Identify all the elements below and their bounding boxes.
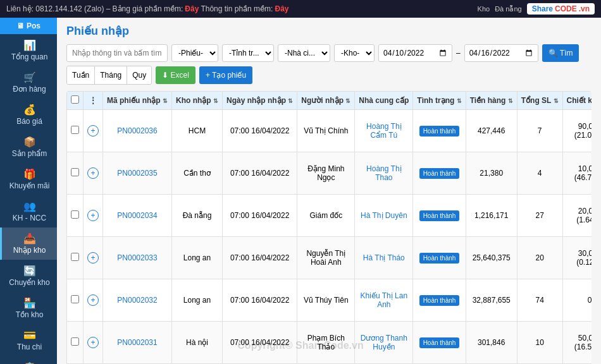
nhap-xuat-icon: 📋	[23, 361, 36, 364]
excel-button[interactable]: ⬇ Excel	[156, 66, 195, 84]
row-checkbox[interactable]	[67, 237, 84, 279]
nhaci-select[interactable]: -Nhà ci...	[278, 44, 330, 62]
row-ngay: 07:00 16/04/2022	[222, 322, 297, 364]
kho-select[interactable]: -Kho-	[334, 44, 375, 62]
row-expand[interactable]: +	[84, 279, 103, 322]
sidebar-item-san-pham[interactable]: 📦 Sản phẩm	[0, 131, 57, 163]
sidebar-item-ton-kho[interactable]: 🏪 Tồn kho	[0, 292, 57, 324]
col-expand: ⋮	[84, 92, 103, 110]
expand-button[interactable]: +	[87, 125, 99, 136]
row-nguoi: Phạm Bích Thảo	[297, 322, 355, 364]
ma-phieu-link[interactable]: PN0002031	[117, 338, 157, 347]
ton-kho-icon: 🏪	[23, 297, 36, 309]
table-row: + PN0002035 Cần thơ 07:00 16/04/2022 Đặn…	[67, 152, 592, 195]
row-ma-phieu: PN0002034	[103, 195, 172, 237]
sidebar-item-nhap-xuat[interactable]: 📋 Nhập xuất	[0, 356, 57, 364]
ma-phieu-link[interactable]: PN0002034	[117, 211, 157, 220]
thongtin-link[interactable]: Đây	[275, 4, 289, 13]
row-chietkhau: 90,000 (21.06%)	[562, 110, 592, 152]
sidebar-item-don-hang[interactable]: 🛒 Đơn hàng	[0, 66, 57, 99]
phieu-select[interactable]: -Phiếu-	[171, 44, 218, 62]
status-badge: Hoàn thành	[419, 210, 460, 221]
period-tuan[interactable]: Tuần	[67, 66, 95, 84]
row-checkbox[interactable]	[67, 152, 84, 195]
table-row: + PN0002036 HCM 07:00 16/04/2022 Vũ Thị …	[67, 110, 592, 152]
sidebar-item-tong-quan[interactable]: 📊 Tổng quan	[0, 34, 57, 66]
sidebar-item-thu-chi[interactable]: 💳 Thu chi	[0, 324, 57, 356]
row-expand[interactable]: +	[84, 237, 103, 279]
don-hang-label: Đơn hàng	[13, 85, 46, 94]
row-nhacung: Hoàng Thị Cẩm Tú	[355, 110, 413, 152]
sidebar-item-bao-gia[interactable]: 💰 Báo giá	[0, 99, 57, 131]
sidebar-item-khuyen-mai[interactable]: 🎁 Khuyến mãi	[0, 163, 57, 195]
row-ma-phieu: PN0002032	[103, 279, 172, 322]
create-button[interactable]: + Tạo phiếu	[199, 66, 252, 84]
row-tinhtrang: Hoàn thành	[413, 195, 466, 237]
khuyen-mai-label: Khuyến mãi	[9, 181, 50, 190]
row-tongsl: 7	[517, 110, 562, 152]
row-nhacung: Hoàng Thị Thao	[355, 152, 413, 195]
search-input[interactable]	[66, 44, 168, 62]
logo-code: CODE	[555, 4, 577, 13]
row-checkbox[interactable]	[67, 110, 84, 152]
expand-button[interactable]: +	[87, 252, 99, 264]
row-tienhang: 32,887,655	[466, 279, 517, 322]
banggia-label: Bảng giá phần mềm:	[113, 4, 183, 13]
kh-ncc-icon: 👥	[23, 200, 36, 212]
expand-button[interactable]: +	[87, 294, 99, 306]
san-pham-label: Sản phẩm	[12, 149, 47, 158]
ma-phieu-link[interactable]: PN0002033	[117, 253, 157, 262]
row-checkbox[interactable]	[67, 279, 84, 322]
nhacung-link[interactable]: Hoàng Thị Thao	[366, 164, 401, 182]
chuyen-kho-label: Chuyển kho	[9, 278, 49, 287]
row-expand[interactable]: +	[84, 322, 103, 364]
row-tinhtrang: Hoàn thành	[413, 110, 466, 152]
expand-button[interactable]: +	[87, 167, 99, 179]
table-row: + PN0002032 Long an 07:00 16/04/2022 Vũ …	[67, 279, 592, 322]
expand-button[interactable]: +	[87, 210, 99, 221]
select-all-checkbox[interactable]	[71, 95, 79, 104]
nhacung-link[interactable]: Dương Thanh Huyền	[361, 334, 407, 351]
tinh-select[interactable]: -Tỉnh tr...	[222, 44, 274, 62]
nhacung-link[interactable]: Hà Thị Duyên	[361, 211, 407, 220]
nhacung-link[interactable]: Hoàng Thị Cẩm Tú	[366, 122, 401, 140]
ton-kho-label: Tồn kho	[16, 310, 44, 319]
main-content: Phiếu nhập -Phiếu- -Tỉnh tr... -Nhà ci..…	[57, 18, 601, 364]
toolbar-right: Tuần Tháng Quy ⬇ Excel + Tạo phiếu	[66, 66, 252, 85]
chuyen-kho-icon: 🔄	[23, 265, 36, 277]
search-button[interactable]: 🔍 Tìm	[542, 44, 579, 62]
row-kho: Hà nội	[172, 322, 223, 364]
row-ngay: 07:00 16/04/2022	[222, 110, 297, 152]
row-tinhtrang: Hoàn thành	[413, 322, 466, 364]
pos-button[interactable]: 🖥 Pos	[0, 18, 57, 34]
period-thang[interactable]: Tháng	[95, 66, 127, 84]
row-expand[interactable]: +	[84, 195, 103, 237]
date-from[interactable]	[378, 44, 452, 62]
pos-icon: 🖥	[16, 21, 24, 30]
sidebar-item-chuyen-kho[interactable]: 🔄 Chuyển kho	[0, 260, 57, 292]
sidebar-item-kh-ncc[interactable]: 👥 KH - NCC	[0, 195, 57, 228]
nhacung-link[interactable]: Khiếu Thị Lan Anh	[361, 291, 408, 309]
toolbar-left: -Phiếu- -Tỉnh tr... -Nhà ci... -Kho- – 🔍…	[66, 44, 579, 62]
ma-phieu-link[interactable]: PN0002032	[117, 296, 157, 305]
row-checkbox[interactable]	[67, 195, 84, 237]
sidebar-item-nhap-kho[interactable]: 📥 Nhập kho	[0, 228, 57, 260]
col-tong-sl: Tổng SL ⇅	[517, 92, 562, 110]
row-checkbox[interactable]	[67, 322, 84, 364]
col-ngay-nhap: Ngày nhập nhập ⇅	[222, 92, 297, 110]
toolbar: -Phiếu- -Tỉnh tr... -Nhà ci... -Kho- – 🔍…	[66, 44, 592, 85]
logo: ShareCODE.vn	[527, 3, 595, 15]
row-expand[interactable]: +	[84, 152, 103, 195]
nhacung-link[interactable]: Hà Thị Tháo	[363, 253, 405, 262]
row-expand[interactable]: +	[84, 110, 103, 152]
banggia-link[interactable]: Đây	[185, 4, 199, 13]
bao-gia-label: Báo giá	[16, 117, 42, 126]
expand-button[interactable]: +	[87, 337, 99, 348]
col-nha-cung-cap: Nhà cung cấp	[355, 92, 413, 110]
period-buttons: Tuần Tháng Quy	[66, 66, 152, 85]
ma-phieu-link[interactable]: PN0002036	[117, 126, 157, 135]
ma-phieu-link[interactable]: PN0002035	[117, 169, 157, 178]
period-quy[interactable]: Quy	[127, 66, 151, 84]
date-to[interactable]	[464, 44, 538, 62]
tong-quan-icon: 📊	[23, 39, 36, 51]
